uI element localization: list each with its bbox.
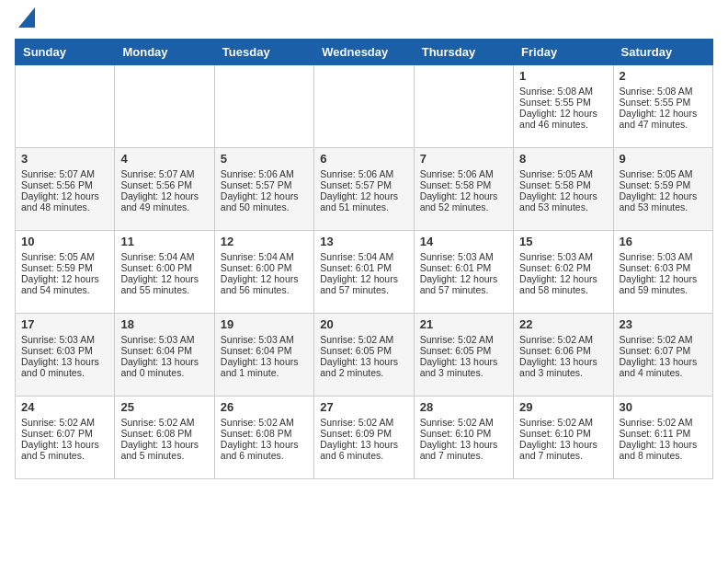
calendar-week-row: 10Sunrise: 5:05 AMSunset: 5:59 PMDayligh…	[16, 231, 713, 314]
calendar-cell	[16, 65, 115, 148]
day-info-line: Daylight: 12 hours and 46 minutes.	[519, 108, 607, 130]
day-info-line: Sunset: 6:02 PM	[519, 262, 607, 273]
day-info-line: Sunset: 5:55 PM	[620, 97, 707, 108]
day-number: 29	[519, 400, 607, 414]
calendar-cell: 25Sunrise: 5:02 AMSunset: 6:08 PMDayligh…	[115, 396, 214, 479]
day-info-line: Sunrise: 5:03 AM	[420, 251, 507, 262]
day-info-line: Sunrise: 5:02 AM	[620, 417, 707, 428]
page-header	[15, 15, 713, 31]
day-info-line: Sunset: 6:00 PM	[221, 262, 308, 273]
day-number: 30	[620, 400, 707, 414]
day-info-line: Daylight: 13 hours and 0 minutes.	[120, 356, 208, 378]
day-info-line: Sunrise: 5:02 AM	[21, 417, 108, 428]
day-info-line: Sunrise: 5:02 AM	[320, 334, 407, 345]
day-number: 15	[519, 235, 607, 248]
calendar-cell: 30Sunrise: 5:02 AMSunset: 6:11 PMDayligh…	[613, 396, 712, 479]
day-number: 22	[519, 317, 607, 331]
calendar-cell: 22Sunrise: 5:02 AMSunset: 6:06 PMDayligh…	[514, 314, 613, 396]
day-number: 10	[21, 235, 108, 248]
day-number: 11	[120, 235, 208, 248]
calendar-cell: 15Sunrise: 5:03 AMSunset: 6:02 PMDayligh…	[514, 231, 613, 314]
calendar-cell	[314, 65, 414, 148]
day-info-line: Daylight: 12 hours and 53 minutes.	[620, 190, 707, 213]
calendar-cell: 8Sunrise: 5:05 AMSunset: 5:58 PMDaylight…	[514, 148, 613, 231]
calendar-cell: 24Sunrise: 5:02 AMSunset: 6:07 PMDayligh…	[16, 396, 115, 479]
day-info-line: Sunrise: 5:03 AM	[620, 251, 707, 262]
column-header-friday: Friday	[514, 40, 613, 65]
day-number: 5	[221, 152, 308, 166]
column-header-sunday: Sunday	[16, 40, 115, 65]
svg-marker-0	[18, 7, 35, 28]
calendar-week-row: 1Sunrise: 5:08 AMSunset: 5:55 PMDaylight…	[16, 65, 713, 148]
calendar-cell: 19Sunrise: 5:03 AMSunset: 6:04 PMDayligh…	[214, 314, 313, 396]
day-info-line: Daylight: 13 hours and 7 minutes.	[420, 439, 507, 461]
calendar-cell: 3Sunrise: 5:07 AMSunset: 5:56 PMDaylight…	[16, 148, 115, 231]
day-number: 9	[620, 152, 707, 166]
day-info-line: Sunset: 5:56 PM	[21, 179, 108, 190]
day-number: 3	[21, 152, 108, 166]
calendar-cell: 9Sunrise: 5:05 AMSunset: 5:59 PMDaylight…	[613, 148, 712, 231]
day-info-line: Sunrise: 5:02 AM	[320, 417, 407, 428]
day-info-line: Daylight: 13 hours and 0 minutes.	[21, 356, 108, 378]
column-header-saturday: Saturday	[613, 40, 712, 65]
day-info-line: Daylight: 12 hours and 57 minutes.	[320, 273, 407, 295]
day-info-line: Sunset: 6:09 PM	[320, 428, 407, 439]
day-info-line: Sunset: 6:05 PM	[320, 345, 407, 356]
calendar-cell: 23Sunrise: 5:02 AMSunset: 6:07 PMDayligh…	[613, 314, 712, 396]
calendar-cell: 1Sunrise: 5:08 AMSunset: 5:55 PMDaylight…	[514, 65, 613, 148]
day-number: 14	[420, 235, 507, 248]
day-info-line: Daylight: 13 hours and 6 minutes.	[221, 439, 308, 461]
day-info-line: Sunset: 5:58 PM	[519, 179, 607, 190]
logo	[15, 15, 35, 31]
day-number: 19	[221, 317, 308, 331]
logo-triangle-icon	[18, 7, 35, 28]
day-number: 4	[120, 152, 208, 166]
calendar-cell: 29Sunrise: 5:02 AMSunset: 6:10 PMDayligh…	[514, 396, 613, 479]
calendar-cell: 6Sunrise: 5:06 AMSunset: 5:57 PMDaylight…	[314, 148, 414, 231]
day-info-line: Sunrise: 5:07 AM	[21, 168, 108, 179]
day-info-line: Daylight: 12 hours and 50 minutes.	[221, 190, 308, 213]
day-number: 17	[21, 317, 108, 331]
day-info-line: Daylight: 12 hours and 48 minutes.	[21, 190, 108, 213]
day-info-line: Sunset: 6:10 PM	[420, 428, 507, 439]
day-info-line: Daylight: 12 hours and 58 minutes.	[519, 273, 607, 295]
day-number: 12	[221, 235, 308, 248]
day-info-line: Daylight: 13 hours and 7 minutes.	[519, 439, 607, 461]
day-number: 23	[620, 317, 707, 331]
day-number: 13	[320, 235, 407, 248]
day-info-line: Daylight: 13 hours and 5 minutes.	[120, 439, 208, 461]
day-info-line: Sunrise: 5:04 AM	[221, 251, 308, 262]
column-header-monday: Monday	[115, 40, 214, 65]
calendar-cell	[115, 65, 214, 148]
column-header-tuesday: Tuesday	[214, 40, 313, 65]
day-number: 18	[120, 317, 208, 331]
day-info-line: Daylight: 12 hours and 55 minutes.	[120, 273, 208, 295]
day-info-line: Sunrise: 5:02 AM	[519, 417, 607, 428]
day-number: 6	[320, 152, 407, 166]
day-info-line: Sunset: 6:08 PM	[120, 428, 208, 439]
day-info-line: Sunset: 6:07 PM	[21, 428, 108, 439]
day-info-line: Sunset: 6:01 PM	[320, 262, 407, 273]
day-info-line: Daylight: 13 hours and 3 minutes.	[519, 356, 607, 378]
day-info-line: Sunset: 5:57 PM	[320, 179, 407, 190]
day-info-line: Sunrise: 5:05 AM	[21, 251, 108, 262]
day-info-line: Daylight: 13 hours and 6 minutes.	[320, 439, 407, 461]
day-info-line: Sunrise: 5:04 AM	[120, 251, 208, 262]
calendar-cell	[214, 65, 313, 148]
calendar-cell: 28Sunrise: 5:02 AMSunset: 6:10 PMDayligh…	[414, 396, 513, 479]
day-info-line: Sunset: 6:04 PM	[120, 345, 208, 356]
day-info-line: Sunrise: 5:06 AM	[420, 168, 507, 179]
calendar-cell	[414, 65, 513, 148]
calendar-cell: 27Sunrise: 5:02 AMSunset: 6:09 PMDayligh…	[314, 396, 414, 479]
calendar-cell: 4Sunrise: 5:07 AMSunset: 5:56 PMDaylight…	[115, 148, 214, 231]
day-number: 21	[420, 317, 507, 331]
day-info-line: Sunset: 6:10 PM	[519, 428, 607, 439]
calendar-week-row: 24Sunrise: 5:02 AMSunset: 6:07 PMDayligh…	[16, 396, 713, 479]
calendar-cell: 11Sunrise: 5:04 AMSunset: 6:00 PMDayligh…	[115, 231, 214, 314]
day-number: 26	[221, 400, 308, 414]
day-number: 24	[21, 400, 108, 414]
day-info-line: Sunrise: 5:06 AM	[221, 168, 308, 179]
day-info-line: Sunrise: 5:03 AM	[120, 334, 208, 345]
day-info-line: Sunset: 5:55 PM	[519, 97, 607, 108]
day-info-line: Sunrise: 5:05 AM	[519, 168, 607, 179]
